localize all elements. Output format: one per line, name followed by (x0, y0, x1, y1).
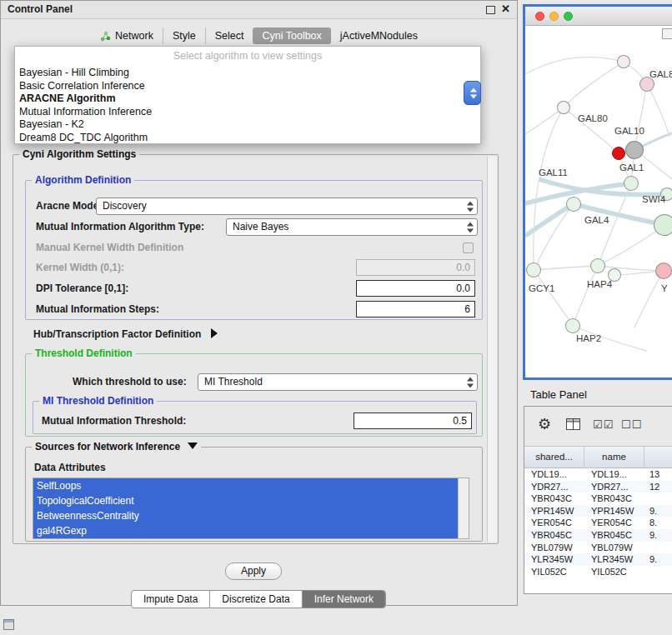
tab-cyni-toolbox[interactable]: Cyni Toolbox (253, 28, 330, 44)
node-red[interactable] (612, 147, 625, 160)
deselect-all-icon[interactable]: ☐☐ (621, 418, 642, 431)
table-row[interactable]: YDR27...YDR27...12 (524, 481, 672, 493)
table-cell: YPR145W (524, 505, 584, 518)
which-threshold-label: Which threshold to use: (73, 373, 187, 391)
apply-button[interactable]: Apply (225, 562, 282, 580)
table-cell (644, 566, 672, 578)
node-label: GAL80 (578, 113, 608, 123)
network-window-titlebar (525, 7, 672, 26)
group-title: Cyni Algorithm Settings (19, 148, 139, 160)
algorithm-option[interactable]: Dream8 DC_TDC Algorithm (18, 132, 478, 145)
tab-infer-network[interactable]: Infer Network (302, 591, 385, 608)
attribute-item[interactable]: gal4RGexp (33, 523, 458, 538)
list-scrollbar[interactable] (458, 478, 469, 538)
node[interactable] (557, 101, 570, 114)
table-cell: YDL19... (524, 468, 584, 481)
window-title: Control Panel (8, 3, 73, 15)
table-cell: YLR345W (584, 553, 644, 566)
node-label: HAP2 (576, 333, 601, 343)
settings-scrollbar[interactable] (487, 157, 497, 542)
table-row[interactable]: YBL079WYBL079W (524, 542, 672, 554)
table-cell: YDR27... (524, 481, 584, 493)
select-all-icon[interactable]: ☑☑ (593, 418, 614, 431)
table-row[interactable]: YIL052CYIL052C (524, 566, 672, 578)
node-label: GAL1 (619, 162, 644, 172)
column-header-extra[interactable] (644, 447, 672, 468)
node-gal4[interactable] (566, 197, 581, 212)
data-attributes-list[interactable]: SelfLoopsTopologicalCoefficientBetweenne… (33, 478, 469, 539)
table-row[interactable]: YBR043CYBR043C (524, 492, 672, 505)
table-row[interactable]: YER054CYER054C8. (524, 517, 672, 529)
mi-type-select[interactable]: Naive Bayes (226, 218, 478, 236)
node-label: GAL11 (539, 168, 568, 178)
data-attributes-label: Data Attributes (34, 459, 106, 477)
table-row[interactable]: YLR345WYLR345W9. (524, 553, 672, 566)
kernel-width-input[interactable]: 0.0 (356, 259, 475, 276)
network-canvas[interactable]: GAL8GAL80GAL10GAL11GAL1SWI4GAL4GCY1HAP4H… (525, 26, 672, 378)
node-gcy1[interactable] (526, 262, 541, 278)
tab-jactivemnodules[interactable]: jActiveMNodules (331, 28, 427, 44)
tab-style[interactable]: Style (163, 28, 205, 44)
node-hap2[interactable] (565, 318, 580, 333)
aracne-mode-select[interactable]: Discovery (96, 198, 478, 215)
table-row[interactable]: YBR045CYBR045C9. (524, 529, 672, 542)
which-threshold-select[interactable]: MI Threshold (198, 373, 478, 391)
scroll-corner (662, 28, 672, 39)
node-pink-right[interactable] (655, 262, 672, 279)
node-label: GAL4 (584, 215, 609, 225)
tab-impute-data[interactable]: Impute Data (132, 591, 209, 608)
node-label: SWI4 (642, 194, 665, 204)
node-gal1[interactable] (624, 176, 639, 191)
aracne-mode-label: Aracne Mode: (36, 198, 102, 215)
network-view-window: GAL8GAL80GAL10GAL11GAL1SWI4GAL4GCY1HAP4H… (523, 4, 672, 380)
gear-icon[interactable]: ⚙ (538, 416, 551, 432)
attribute-item[interactable]: BetweennessCentrality (33, 508, 458, 523)
algorithm-option[interactable]: ARACNE Algorithm (18, 92, 478, 106)
cyni-algorithm-settings-group: Cyni Algorithm Settings Algorithm Defini… (13, 154, 499, 544)
zoom-traffic-light-icon[interactable] (564, 12, 573, 21)
table-cell: 12 (644, 481, 672, 493)
mi-threshold-input[interactable]: 0.5 (354, 412, 472, 429)
manual-kernel-checkbox[interactable] (463, 242, 474, 253)
table-cell: YDR27... (584, 481, 644, 493)
algorithm-option[interactable]: Bayesian - K2 (18, 118, 478, 132)
control-panel-titlebar: Control Panel ✕ (1, 1, 517, 19)
table-cell: 9. (644, 505, 672, 518)
collapse-arrow-icon[interactable] (211, 328, 218, 338)
node[interactable] (654, 214, 672, 236)
table-row[interactable]: YDL19...YDL19...13 (524, 468, 672, 481)
float-window-icon[interactable] (486, 6, 495, 14)
algorithm-option[interactable]: Basic Correlation Inference (18, 80, 478, 93)
table-cell: YBR043C (584, 492, 644, 505)
column-header-name[interactable]: name (584, 447, 644, 468)
hub-transcription-factor-section[interactable]: Hub/Transcription Factor Definition (33, 328, 218, 340)
table-row[interactable]: YPR145WYPR145W9. (524, 505, 672, 518)
dpi-tolerance-input[interactable]: 0.0 (356, 280, 475, 297)
columns-icon[interactable] (566, 418, 580, 433)
tab-select[interactable]: Select (205, 28, 253, 44)
table-cell: YIL052C (524, 566, 584, 578)
tab-network[interactable]: Network (91, 28, 163, 44)
chevron-updown-icon (469, 88, 477, 98)
table-cell: YIL052C (584, 566, 644, 578)
column-header-shared-name[interactable]: shared... (524, 447, 584, 468)
algorithm-option[interactable]: Mutual Information Inference (18, 106, 478, 119)
mi-steps-input[interactable]: 6 (356, 301, 475, 318)
tab-discretize-data[interactable]: Discretize Data (209, 591, 301, 608)
attribute-item[interactable]: TopologicalCoefficient (33, 493, 458, 508)
attribute-item[interactable]: SelfLoops (33, 478, 458, 493)
node-hap4[interactable] (590, 258, 605, 273)
minimize-traffic-light-icon[interactable] (549, 12, 559, 21)
close-icon[interactable]: ✕ (501, 2, 510, 15)
node[interactable] (617, 55, 630, 68)
algorithm-placeholder: Select algorithm to view settings (15, 50, 480, 62)
combo-stepper-fragment[interactable] (464, 81, 481, 105)
dpi-tolerance-label: DPI Tolerance [0,1]: (36, 280, 128, 298)
close-traffic-light-icon[interactable] (535, 12, 544, 21)
table-cell (644, 492, 672, 505)
algorithm-option[interactable]: Bayesian - Hill Climbing (18, 67, 478, 80)
expand-arrow-icon[interactable] (188, 442, 198, 449)
node-gal10[interactable] (625, 141, 644, 159)
table-cell: YBR043C (524, 492, 584, 505)
minimized-panel-icon[interactable] (3, 619, 14, 630)
